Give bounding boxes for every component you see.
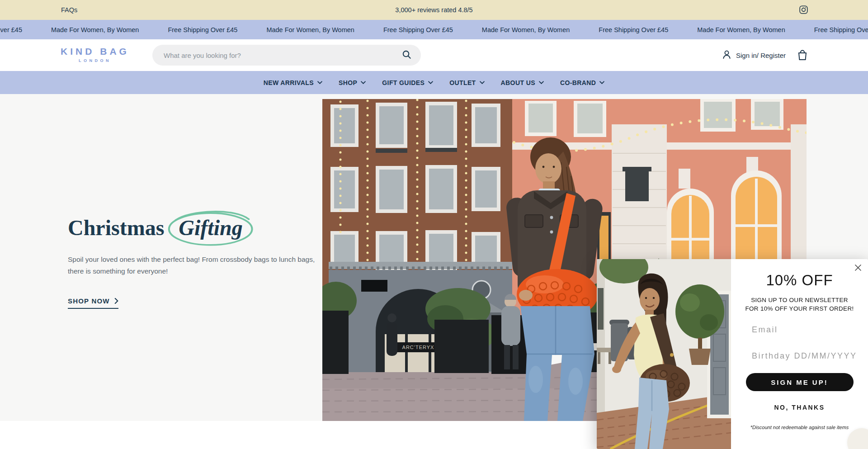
birthday-field[interactable]: [752, 351, 860, 361]
announcement-item: Made For Women, By Women: [266, 26, 354, 33]
announcement-track: Free Shipping Over £45 Made For Women, B…: [0, 26, 868, 33]
announcement-item: Free Shipping Over £45: [599, 26, 668, 33]
sign-me-up-button[interactable]: SIGN ME UP!: [746, 373, 854, 391]
chevron-down-icon: [539, 81, 544, 84]
sign-in-register-label: Sign in/ Register: [736, 52, 786, 59]
hero-title: Christmas Gifting: [68, 213, 328, 242]
magnifier-icon[interactable]: [401, 49, 412, 61]
nav-label: NEW ARRIVALS: [264, 79, 314, 86]
announcement-item: Free Shipping Over £45: [0, 26, 22, 33]
newsletter-popup-image: [597, 259, 731, 449]
nav-item-gift-guides[interactable]: GIFT GUIDES: [382, 79, 433, 86]
nav-label: GIFT GUIDES: [382, 79, 425, 86]
faq-link[interactable]: FAQs: [61, 6, 77, 14]
nav-label: CO-BRAND: [560, 79, 596, 86]
announcement-item: Free Shipping Over £45: [168, 26, 237, 33]
instagram-icon[interactable]: [799, 5, 808, 14]
shop-now-link[interactable]: SHOP NOW: [68, 297, 118, 309]
shop-now-label: SHOP NOW: [68, 297, 110, 305]
main-navigation: NEW ARRIVALS SHOP GIFT GUIDES OUTLET ABO…: [0, 71, 868, 94]
site-header: KIND BAG LONDON Sign in/ Register: [0, 39, 868, 71]
chevron-down-icon: [599, 81, 604, 84]
chevron-down-icon: [480, 81, 485, 84]
nav-item-outlet[interactable]: OUTLET: [449, 79, 484, 86]
brand-logo-name: KIND BAG: [59, 46, 131, 57]
nav-label: OUTLET: [449, 79, 476, 86]
brand-logo-city: LONDON: [59, 58, 131, 63]
top-utility-bar: FAQs 3,000+ reviews rated 4.8/5: [0, 0, 868, 20]
popup-subtitle: SIGN UP TO OUR NEWSLETTER FOR 10% OFF YO…: [745, 296, 854, 313]
storefront-sign: ARC'TERYX: [402, 345, 434, 350]
popup-disclaimer: *Discount not redeemable against sale it…: [731, 425, 868, 430]
nav-label: ABOUT US: [501, 79, 535, 86]
chevron-right-icon: [114, 298, 118, 304]
no-thanks-button[interactable]: NO, THANKS: [774, 404, 825, 411]
chevron-down-icon: [428, 81, 433, 84]
chevron-down-icon: [361, 81, 366, 84]
hero-description: Spoil your loved ones with the perfect b…: [68, 254, 322, 277]
hero-title-script: Gifting: [170, 213, 251, 242]
hero-title-regular: Christmas: [68, 215, 164, 240]
person-icon: [722, 49, 732, 61]
brand-logo[interactable]: KIND BAG LONDON: [59, 46, 131, 63]
nav-item-co-brand[interactable]: CO-BRAND: [560, 79, 604, 86]
search-bar: [152, 45, 421, 66]
cart-bag-icon[interactable]: [796, 48, 809, 62]
newsletter-popup: 10% OFF SIGN UP TO OUR NEWSLETTER FOR 10…: [597, 259, 868, 449]
nav-item-new-arrivals[interactable]: NEW ARRIVALS: [264, 79, 322, 86]
nav-item-about-us[interactable]: ABOUT US: [501, 79, 544, 86]
close-icon[interactable]: [854, 264, 863, 273]
nav-item-shop[interactable]: SHOP: [339, 79, 366, 86]
newsletter-popup-form: 10% OFF SIGN UP TO OUR NEWSLETTER FOR 10…: [731, 259, 868, 449]
announcement-item: Made For Women, By Women: [482, 26, 570, 33]
announcement-item: Free Shipping Over £45: [814, 26, 868, 33]
chevron-down-icon: [317, 81, 322, 84]
announcement-item: Free Shipping Over £45: [383, 26, 453, 33]
hero-copy: Christmas Gifting Spoil your loved ones …: [68, 213, 328, 309]
announcement-item: Made For Women, By Women: [51, 26, 139, 33]
popup-headline: 10% OFF: [731, 272, 868, 289]
nav-label: SHOP: [339, 79, 357, 86]
announcement-item: Made For Women, By Women: [697, 26, 785, 33]
sign-in-register-link[interactable]: Sign in/ Register: [722, 39, 786, 71]
announcement-bar: Free Shipping Over £45 Made For Women, B…: [0, 20, 868, 39]
reviews-rating-text[interactable]: 3,000+ reviews rated 4.8/5: [395, 6, 472, 14]
email-field[interactable]: [752, 325, 860, 335]
search-input[interactable]: [164, 52, 401, 59]
